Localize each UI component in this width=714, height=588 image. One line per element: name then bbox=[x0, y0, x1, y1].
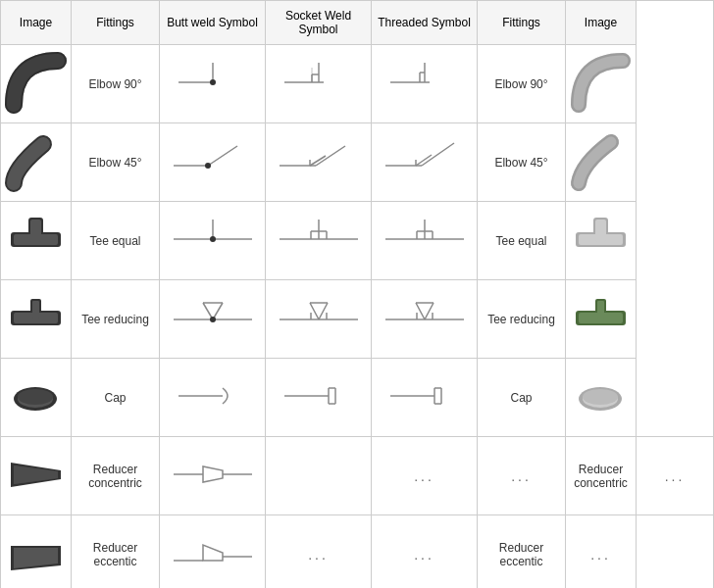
socket-weld-cap bbox=[266, 359, 372, 437]
fittings-left-teeequal: Tee equal bbox=[72, 202, 160, 280]
elbow45-left-image bbox=[9, 134, 63, 188]
cap-left-image bbox=[9, 369, 63, 423]
image-left-elbow45 bbox=[1, 123, 72, 202]
svg-point-85 bbox=[583, 389, 618, 405]
image-right-reducerconcentric: ... bbox=[637, 437, 714, 515]
image-left-teereducing bbox=[1, 280, 72, 359]
butt-weld-teeequal-symbol bbox=[169, 210, 257, 269]
header-threaded: Threaded Symbol bbox=[372, 1, 478, 45]
threaded-elbow45 bbox=[372, 123, 478, 202]
image-right-teeequal bbox=[566, 202, 637, 280]
teeequal-left-image bbox=[9, 213, 63, 267]
elbow90-right-image bbox=[574, 56, 628, 110]
threaded-reducerconcentric: ... bbox=[478, 437, 566, 515]
image-left-cap bbox=[1, 359, 72, 437]
svg-rect-68 bbox=[597, 301, 604, 318]
image-left-elbow90 bbox=[1, 45, 72, 123]
image-right-teereducing bbox=[566, 280, 637, 359]
threaded-elbow45-symbol bbox=[381, 131, 469, 190]
threaded-cap-symbol bbox=[381, 367, 469, 425]
butt-weld-elbow90-symbol bbox=[169, 53, 257, 112]
dots-trc: ... bbox=[511, 468, 532, 484]
threaded-elbow90 bbox=[372, 45, 478, 123]
table-row: Reducer eccentic ... ... Reducer eccenti… bbox=[1, 515, 714, 589]
fittings-left-elbow45: Elbow 45° bbox=[72, 123, 160, 202]
image-left-reducereccentric bbox=[1, 515, 72, 589]
fittings-right-teereducing: Tee reducing bbox=[478, 280, 566, 359]
image-left-reducerconcentric bbox=[1, 437, 72, 515]
butt-weld-reducereccentric bbox=[160, 515, 266, 589]
svg-rect-43 bbox=[595, 220, 606, 242]
fittings-left-reducerconcentric: Reducer concentric bbox=[72, 437, 160, 515]
image-right-reducereccentric: ... bbox=[566, 515, 637, 589]
svg-marker-90 bbox=[203, 466, 223, 482]
image-right-elbow90 bbox=[566, 45, 637, 123]
header-butt-weld: Butt weld Symbol bbox=[160, 1, 266, 45]
butt-weld-elbow45-symbol bbox=[169, 131, 257, 190]
fittings-right-reducereccentric: Reducer eccentic bbox=[478, 515, 566, 589]
dots-tre: ... bbox=[414, 547, 434, 563]
header-fittings-right: Fittings bbox=[478, 1, 566, 45]
svg-rect-47 bbox=[32, 301, 39, 318]
svg-point-14 bbox=[205, 163, 211, 169]
butt-weld-cap-symbol bbox=[169, 367, 257, 425]
socket-weld-elbow45-symbol bbox=[275, 131, 363, 190]
fittings-left-cap: Cap bbox=[72, 359, 160, 437]
threaded-teeequal bbox=[372, 202, 478, 280]
header-image-left: Image bbox=[1, 1, 72, 45]
butt-weld-reducerconcentric bbox=[160, 437, 266, 515]
svg-marker-95 bbox=[203, 545, 223, 561]
threaded-cap bbox=[372, 359, 478, 437]
socket-weld-cap-symbol bbox=[275, 367, 363, 425]
butt-weld-elbow90 bbox=[160, 45, 266, 123]
table-row: Cap bbox=[1, 359, 714, 437]
svg-point-29 bbox=[210, 236, 216, 242]
threaded-teereducing bbox=[372, 280, 478, 359]
fittings-left-reducereccentric: Reducer eccentic bbox=[72, 515, 160, 589]
socket-weld-elbow90 bbox=[266, 45, 372, 123]
socket-weld-elbow45 bbox=[266, 123, 372, 202]
butt-weld-teereducing bbox=[160, 280, 266, 359]
socket-weld-teereducing-symbol bbox=[275, 288, 363, 347]
butt-weld-teereducing-symbol bbox=[169, 288, 257, 347]
fittings-right-elbow45: Elbow 45° bbox=[478, 123, 566, 202]
fittings-left-teereducing: Tee reducing bbox=[72, 280, 160, 359]
svg-point-71 bbox=[18, 389, 53, 405]
socket-weld-elbow90-symbol bbox=[275, 53, 363, 112]
threaded-elbow90-symbol bbox=[381, 53, 469, 112]
threaded-reducereccentric: ... bbox=[372, 515, 478, 589]
teereducing-left-image bbox=[9, 291, 63, 345]
dots-imgrc: ... bbox=[665, 468, 686, 484]
fittings-left-elbow90: Elbow 90° bbox=[72, 45, 160, 123]
butt-weld-teeequal bbox=[160, 202, 266, 280]
elbow90-left-image bbox=[9, 56, 63, 110]
fittings-right-reducerconcentric: Reducer concentric bbox=[566, 437, 637, 515]
svg-point-52 bbox=[210, 317, 216, 322]
socket-weld-teeequal-symbol bbox=[275, 210, 363, 269]
butt-weld-elbow45 bbox=[160, 123, 266, 202]
teereducing-right-image bbox=[574, 291, 628, 345]
threaded-teereducing-symbol bbox=[381, 288, 469, 347]
dots-imgre: ... bbox=[590, 547, 611, 563]
socket-weld-reducereccentric: ... bbox=[266, 515, 372, 589]
reducerconcentric-left-image bbox=[9, 448, 63, 502]
fittings-right-teeequal: Tee equal bbox=[478, 202, 566, 280]
svg-line-13 bbox=[208, 146, 237, 166]
butt-weld-reducerconcentric-symbol bbox=[169, 445, 257, 504]
butt-weld-cap bbox=[160, 359, 266, 437]
socket-weld-teereducing bbox=[266, 280, 372, 359]
image-left-teeequal bbox=[1, 202, 72, 280]
svg-line-20 bbox=[422, 143, 454, 166]
svg-point-2 bbox=[210, 79, 216, 85]
cap-right-image bbox=[574, 369, 628, 423]
socket-weld-reducerconcentric bbox=[266, 437, 372, 515]
table-row: Elbow 45° bbox=[1, 123, 714, 202]
reducereccentric-left-image bbox=[9, 526, 63, 580]
socket-weld-teeequal bbox=[266, 202, 372, 280]
image-right-cap bbox=[566, 359, 637, 437]
header-socket-weld: Socket Weld Symbol bbox=[266, 1, 372, 45]
svg-line-16 bbox=[316, 146, 345, 166]
fittings-right-cap: Cap bbox=[478, 359, 566, 437]
svg-rect-26 bbox=[30, 220, 41, 242]
header-image-right: Image bbox=[566, 1, 637, 45]
